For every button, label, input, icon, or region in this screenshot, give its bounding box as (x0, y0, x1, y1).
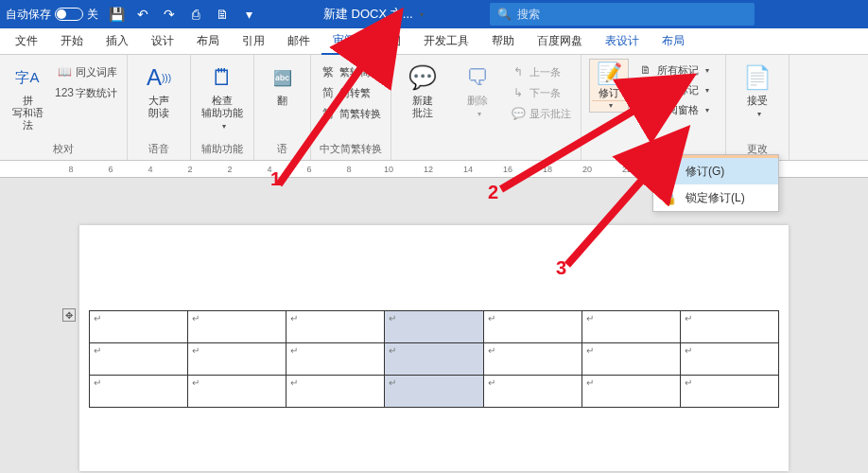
autosave-state: 关 (87, 7, 98, 23)
spellcheck-icon: 字A (12, 62, 43, 93)
tab-view[interactable]: 视图 (367, 28, 412, 55)
document-table[interactable]: ↵ ↵ ↵ ↵ ↵ ↵ ↵ ↵ ↵ ↵ ↵ ↵ ↵ ↵ ↵ ↵ ↵ ↵ (89, 310, 779, 408)
tab-file[interactable]: 文件 (4, 28, 49, 55)
table-cell[interactable]: ↵ (90, 311, 188, 343)
accept-icon: 📄 (742, 62, 773, 93)
group-accessibility: 🗒 检查辅助功能▾ 辅助功能 (191, 55, 254, 160)
qat-more-icon[interactable]: ▾ (240, 6, 257, 23)
table-cell[interactable]: ↵ (286, 311, 385, 343)
toggle-switch[interactable] (55, 8, 83, 21)
tab-help[interactable]: 帮助 (480, 28, 526, 55)
spellcheck-button[interactable]: 字A 拼写和语法 (8, 59, 47, 131)
document-title[interactable]: 新建 DOCX 文... ▾ (323, 6, 424, 23)
delete-comment-button[interactable]: 🗨 删除▾ (454, 59, 501, 120)
group-proofing: 字A 拼写和语法 📖同义词库 123字数统计 校对 (0, 55, 128, 160)
annotation-2: 2 (488, 182, 498, 203)
group-label-language: 语 (277, 140, 287, 160)
group-comments: 💬 新建批注 🗨 删除▾ ↰上一条 ↳下一条 💬显示批注 (391, 55, 582, 160)
convert-button[interactable]: 简简繁转换 (319, 104, 383, 123)
title-dropdown-icon[interactable]: ▾ (417, 10, 424, 19)
prev-comment-button[interactable]: ↰上一条 (509, 62, 573, 81)
tab-design[interactable]: 设计 (140, 28, 185, 55)
track-dropdown-icon[interactable]: ▾ (592, 100, 626, 110)
show-markup-button[interactable]: 🗎显示标记▾ (636, 80, 718, 99)
save-icon[interactable]: 💾 (108, 6, 125, 23)
table-cell[interactable]: ↵ (90, 343, 188, 376)
document-area: ✥ ↵ ↵ ↵ ↵ ↵ ↵ ↵ ↵ ↵ ↵ ↵ ↵ ↵ ↵ ↵ (0, 178, 868, 473)
track-icon: 📝 (661, 163, 678, 180)
table-cell[interactable]: ↵ (385, 311, 483, 343)
doc-icon[interactable]: 🗎 (214, 6, 231, 23)
group-changes: 📄 接受▾ 更改 (726, 55, 790, 160)
simp-to-trad-button[interactable]: 简简转繁 (319, 83, 383, 102)
table-cell[interactable]: ↵ (385, 376, 483, 408)
table-cell[interactable]: ↵ (582, 311, 680, 343)
ribbon: 字A 拼写和语法 📖同义词库 123字数统计 校对 A))) 大声朗读 语音 🗒… (0, 55, 868, 161)
tab-home[interactable]: 开始 (49, 28, 95, 55)
undo-icon[interactable]: ↶ (134, 6, 151, 23)
menu-track-changes[interactable]: 📝 修订(G) (653, 155, 778, 184)
table-cell[interactable]: ↵ (483, 343, 582, 376)
search-box[interactable]: 🔍 搜索 (490, 3, 755, 26)
table-cell[interactable]: ↵ (483, 376, 582, 408)
trad-to-simp-button[interactable]: 繁繁转简 (319, 62, 383, 81)
table-cell[interactable]: ↵ (286, 376, 385, 408)
table-cell[interactable]: ↵ (188, 343, 286, 376)
next-comment-button[interactable]: ↳下一条 (509, 83, 573, 102)
new-comment-button[interactable]: 💬 新建批注 (399, 59, 446, 119)
show-comments-button[interactable]: 💬显示批注 (509, 104, 573, 123)
accept-button[interactable]: 📄 接受▾ (734, 59, 781, 120)
tab-layout[interactable]: 布局 (185, 28, 231, 55)
table-row[interactable]: ↵ ↵ ↵ ↵ ↵ ↵ ↵ (90, 376, 779, 408)
show-icon: 💬 (511, 106, 526, 121)
tab-review[interactable]: 审阅 (321, 28, 367, 55)
convert-icon: 简 (321, 85, 336, 100)
group-label-accessibility: 辅助功能 (201, 140, 243, 160)
table-cell[interactable]: ↵ (680, 376, 778, 408)
redo-icon[interactable]: ↷ (161, 6, 178, 23)
read-aloud-button[interactable]: A))) 大声朗读 (135, 59, 182, 119)
show-markup-icon: 🗎 (638, 82, 653, 97)
table-cell[interactable]: ↵ (582, 376, 680, 408)
table-row[interactable]: ↵ ↵ ↵ ↵ ↵ ↵ ↵ (90, 343, 779, 376)
table-cell[interactable]: ↵ (188, 311, 286, 343)
table-cell[interactable]: ↵ (286, 343, 385, 376)
accessibility-button[interactable]: 🗒 检查辅助功能▾ (199, 59, 246, 132)
thesaurus-button[interactable]: 📖同义词库 (55, 62, 119, 81)
table-move-handle[interactable]: ✥ (62, 308, 76, 322)
tab-developer[interactable]: 开发工具 (412, 28, 480, 55)
table-cell[interactable]: ↵ (188, 376, 286, 408)
table-cell[interactable]: ↵ (680, 311, 778, 343)
title-bar: 自动保存 关 💾 ↶ ↷ ⎙ 🗎 ▾ 新建 DOCX 文... ▾ 🔍 搜索 (0, 0, 868, 28)
print-icon[interactable]: ⎙ (187, 6, 204, 23)
wordcount-button[interactable]: 123字数统计 (55, 83, 119, 102)
tab-mailings[interactable]: 邮件 (276, 28, 321, 55)
group-language: 🔤 翻 语 (254, 55, 311, 160)
tab-table-layout[interactable]: 布局 (651, 28, 696, 55)
tab-insert[interactable]: 插入 (95, 28, 140, 55)
tab-references[interactable]: 引用 (231, 28, 276, 55)
group-label-chinese: 中文简繁转换 (320, 140, 382, 160)
review-pane-button[interactable]: ▤审阅窗格▾ (636, 100, 718, 119)
translate-button[interactable]: 🔤 翻 (270, 59, 295, 107)
comment-icon: 💬 (408, 62, 438, 93)
track-icon: 📝 (597, 61, 622, 86)
prev-icon: ↰ (511, 64, 526, 79)
tab-baidu[interactable]: 百度网盘 (526, 28, 594, 55)
markup-icon: 🗎 (638, 62, 653, 78)
tab-table-design[interactable]: 表设计 (594, 28, 651, 55)
search-icon: 🔍 (497, 8, 512, 21)
convert-icon: 简 (321, 106, 336, 121)
table-cell[interactable]: ↵ (90, 376, 188, 408)
track-changes-button[interactable]: 📝 修订 ▾ (589, 59, 629, 113)
table-cell[interactable]: ↵ (680, 343, 778, 376)
table-row[interactable]: ↵ ↵ ↵ ↵ ↵ ↵ ↵ (90, 311, 779, 343)
page[interactable]: ✥ ↵ ↵ ↵ ↵ ↵ ↵ ↵ ↵ ↵ ↵ ↵ ↵ ↵ ↵ ↵ (79, 225, 789, 471)
pane-icon: ▤ (638, 102, 653, 117)
markup-display-button[interactable]: 🗎所有标记▾ (636, 61, 718, 79)
table-cell[interactable]: ↵ (582, 343, 680, 376)
table-cell[interactable]: ↵ (483, 311, 582, 343)
autosave-toggle[interactable]: 自动保存 关 (6, 7, 98, 23)
table-cell[interactable]: ↵ (385, 343, 483, 376)
menu-lock-tracking[interactable]: 🔒 锁定修订(L) (653, 184, 778, 211)
